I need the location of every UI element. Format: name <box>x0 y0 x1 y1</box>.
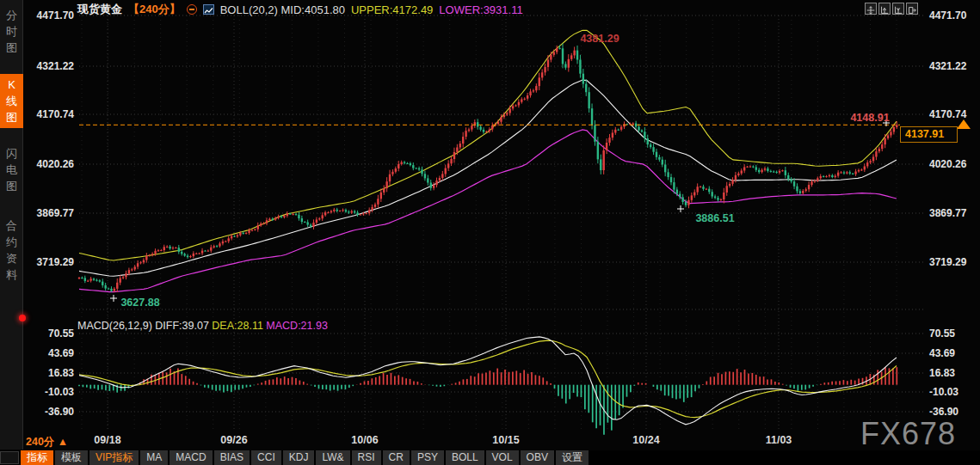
date-axis-label: 09/26 <box>206 434 262 446</box>
macd-value-readout: MACD:21.93 <box>266 320 328 332</box>
price-axis-label-left: 4020.26 <box>26 158 74 170</box>
fx678-watermark: FX678 <box>860 416 956 452</box>
macd-axis-label-right: -36.90 <box>929 406 977 418</box>
price-axis-label-right: 4471.70 <box>929 9 977 21</box>
toolbar-button-PSY[interactable]: PSY <box>411 450 444 465</box>
current-price-badge: 4137.91 <box>900 126 958 143</box>
date-axis-label: 10/15 <box>478 434 533 446</box>
macd-axis-label-left: 70.55 <box>26 327 74 340</box>
price-axis-label-left: 3869.77 <box>26 207 74 219</box>
toolbar-button-模板[interactable]: 模板 <box>55 450 88 465</box>
instrument-title: 现货黄金 <box>77 2 122 17</box>
kline-chart-canvas <box>0 0 980 465</box>
macd-header: MACD(26,12,9) DIFF:39.07 DEA:28.11 MACD:… <box>77 320 328 332</box>
price-axis-label-right: 4020.26 <box>929 158 977 170</box>
toolbar-button-设置[interactable]: 设置 <box>556 450 589 465</box>
toolbar-button-BIAS[interactable]: BIAS <box>214 450 250 465</box>
price-annotation: 4148.91 <box>850 112 889 124</box>
toolbar-button-MA[interactable]: MA <box>140 450 168 465</box>
price-annotation: 3627.88 <box>120 297 159 309</box>
price-axis-label-right: 3719.29 <box>929 256 977 268</box>
boll-upper-readout: UPPER:4172.49 <box>351 3 433 16</box>
macd-axis-label-left: -10.03 <box>26 386 74 398</box>
indicator-toolbar: 指标模板VIP指标MAMACDBIASCCIKDJLW&RSICRPSYBOLL… <box>0 450 980 465</box>
chart-type-sidebar: 分时图K线图闪电图合约资料 <box>0 0 23 450</box>
chart-header: 现货黄金 【240分】 BOLL(20,2) MID:4051.80 UPPER… <box>77 2 523 17</box>
sidebar-tab-4[interactable]: 合约资料 <box>0 215 23 285</box>
macd-axis-label-right: 16.83 <box>929 367 977 379</box>
alert-blink-icon <box>19 315 26 321</box>
macd-axis-label-left: -36.90 <box>26 406 74 418</box>
date-axis-label: 11/03 <box>751 434 806 446</box>
interval-footer-label[interactable]: 240分 ▲ <box>26 435 68 450</box>
date-axis-label: 10/24 <box>619 434 674 446</box>
toolbar-button-BOLL[interactable]: BOLL <box>446 450 484 465</box>
chart-tool-icons <box>865 3 918 15</box>
remove-indicator-icon[interactable] <box>187 4 197 15</box>
toolbar-button-LW&[interactable]: LW& <box>316 450 349 465</box>
price-axis-label-left: 4321.22 <box>26 60 74 72</box>
sidebar-tab-1[interactable]: 分时图 <box>0 4 23 58</box>
price-annotation: 3886.51 <box>695 212 734 224</box>
toolbar-button-CR[interactable]: CR <box>383 450 410 465</box>
price-annotation: 4381.29 <box>580 33 619 45</box>
price-axis-label-right: 3869.77 <box>929 207 977 219</box>
price-axis-label-left: 4170.74 <box>26 108 74 120</box>
macd-axis-label-right: 70.55 <box>929 327 977 340</box>
toolbar-button-VOL[interactable]: VOL <box>486 450 519 465</box>
boll-lower-readout: LOWER:3931.11 <box>439 3 522 16</box>
boll-mid-readout: BOLL(20,2) MID:4051.80 <box>220 3 345 16</box>
toolbar-button-KDJ[interactable]: KDJ <box>283 450 315 465</box>
chart-type-icon[interactable] <box>203 4 214 15</box>
toolbar-button-CCI[interactable]: CCI <box>251 450 281 465</box>
interval-tag: 【240分】 <box>128 2 181 17</box>
macd-axis-label-left: 43.69 <box>26 347 74 359</box>
macd-dea-readout: DEA:28.11 <box>212 320 263 332</box>
macd-axis-label-right: 43.69 <box>929 347 977 359</box>
toolbar-button-MACD[interactable]: MACD <box>169 450 212 465</box>
macd-axis-label-right: -10.03 <box>929 386 977 398</box>
toolbar-button-RSI[interactable]: RSI <box>352 450 381 465</box>
sidebar-tab-3[interactable]: 闪电图 <box>0 143 23 197</box>
macd-diff-readout: MACD(26,12,9) DIFF:39.07 <box>77 320 209 332</box>
toolbar-corner-box[interactable] <box>0 451 19 464</box>
toolbar-button-OBV[interactable]: OBV <box>521 450 554 465</box>
sidebar-tab-2[interactable]: K线图 <box>0 74 23 128</box>
exit-icon[interactable] <box>906 3 918 15</box>
macd-axis-label-left: 16.83 <box>26 367 74 379</box>
move-icon[interactable] <box>865 3 877 15</box>
axis-zoom-in-icon[interactable] <box>878 3 891 15</box>
price-axis-label-right: 4170.74 <box>929 108 977 120</box>
chart-application: 分时图K线图闪电图合约资料 现货黄金 【240分】 BOLL(20,2) MID… <box>0 0 980 465</box>
axis-zoom-out-icon[interactable] <box>892 3 904 15</box>
toolbar-button-指标[interactable]: 指标 <box>21 450 53 465</box>
toolbar-button-VIP指标[interactable]: VIP指标 <box>89 450 139 465</box>
date-axis-label: 10/06 <box>337 434 392 446</box>
price-axis-label-left: 3719.29 <box>26 256 74 268</box>
price-axis-label-right: 4321.22 <box>929 60 977 72</box>
price-axis-label-left: 4471.70 <box>26 9 74 21</box>
date-axis-label: 09/18 <box>80 434 135 446</box>
